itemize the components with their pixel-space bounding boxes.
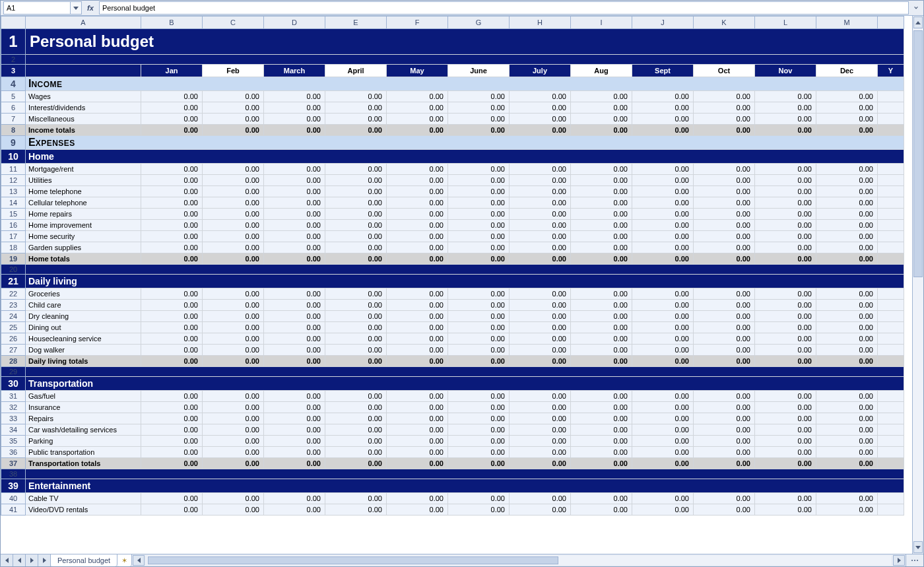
cell[interactable]: 0.00 — [755, 436, 816, 447]
row-label[interactable]: Dog walker — [26, 345, 141, 356]
cell[interactable]: 0.00 — [325, 391, 387, 402]
cell[interactable]: 0.00 — [816, 242, 878, 253]
cell[interactable]: 0.00 — [448, 91, 510, 102]
cell[interactable]: 0.00 — [203, 402, 264, 413]
cell[interactable]: 0.00 — [694, 458, 755, 469]
cell[interactable]: 0.00 — [325, 333, 387, 345]
cell[interactable]: 0.00 — [387, 356, 448, 367]
cell[interactable]: 0.00 — [694, 402, 755, 413]
cell[interactable]: 0.00 — [571, 424, 632, 436]
cell[interactable]: 0.00 — [203, 114, 264, 125]
cell[interactable]: 0.00 — [755, 458, 816, 469]
cell[interactable]: 0.00 — [387, 322, 448, 333]
row-header[interactable]: 24 — [1, 311, 26, 322]
cell[interactable]: 0.00 — [632, 175, 694, 186]
fx-icon[interactable]: fx — [84, 4, 96, 12]
cell[interactable]: 0.00 — [448, 322, 510, 333]
cell[interactable]: 0.00 — [694, 125, 755, 136]
cell[interactable]: 0.00 — [816, 345, 878, 356]
row-label[interactable]: Dining out — [26, 322, 141, 333]
cell[interactable]: 0.00 — [755, 186, 816, 197]
tab-nav-prev[interactable] — [13, 554, 26, 566]
column-header[interactable]: C — [203, 17, 264, 29]
cell[interactable]: 0.00 — [448, 220, 510, 231]
cell[interactable]: 0.00 — [632, 458, 694, 469]
cell[interactable]: 0.00 — [141, 333, 203, 345]
cell[interactable]: 0.00 — [632, 114, 694, 125]
row-header[interactable]: 16 — [1, 220, 26, 231]
cell[interactable]: 0.00 — [264, 242, 325, 253]
column-header[interactable]: A — [26, 17, 141, 29]
cell[interactable]: 0.00 — [325, 242, 387, 253]
section-header[interactable]: INCOME — [26, 77, 904, 91]
cell[interactable]: 0.00 — [325, 424, 387, 436]
cell[interactable]: 0.00 — [448, 186, 510, 197]
cell[interactable]: 0.00 — [510, 458, 571, 469]
column-header[interactable]: K — [694, 17, 755, 29]
cell[interactable]: 0.00 — [816, 209, 878, 220]
cell[interactable]: 0.00 — [448, 175, 510, 186]
cell[interactable]: 0.00 — [510, 447, 571, 458]
cell[interactable]: 0.00 — [816, 164, 878, 175]
month-header[interactable]: April — [325, 65, 387, 77]
cell[interactable]: 0.00 — [448, 164, 510, 175]
cell[interactable]: 0.00 — [816, 175, 878, 186]
row-header[interactable]: 4 — [1, 77, 26, 91]
column-header[interactable]: M — [816, 17, 878, 29]
cell[interactable]: 0.00 — [448, 436, 510, 447]
row-header[interactable]: 36 — [1, 447, 26, 458]
cell[interactable]: 0.00 — [264, 413, 325, 424]
cell[interactable]: 0.00 — [387, 175, 448, 186]
cell[interactable]: 0.00 — [387, 125, 448, 136]
cell[interactable]: 0.00 — [755, 220, 816, 231]
cell[interactable]: 0.00 — [264, 209, 325, 220]
cell[interactable]: 0.00 — [510, 253, 571, 265]
cell[interactable]: 0.00 — [264, 253, 325, 265]
cell[interactable]: 0.00 — [325, 175, 387, 186]
cell[interactable]: 0.00 — [755, 356, 816, 367]
cell[interactable]: 0.00 — [694, 102, 755, 114]
cell[interactable]: 0.00 — [571, 164, 632, 175]
cell[interactable]: 0.00 — [203, 197, 264, 209]
cell[interactable]: 0.00 — [264, 333, 325, 345]
row-header[interactable]: 31 — [1, 391, 26, 402]
row-label[interactable]: Interest/dividends — [26, 102, 141, 114]
cell[interactable]: 0.00 — [694, 345, 755, 356]
cell[interactable]: 0.00 — [141, 114, 203, 125]
cell[interactable]: 0.00 — [325, 345, 387, 356]
row-label[interactable]: Garden supplies — [26, 242, 141, 253]
cell[interactable]: 0.00 — [141, 102, 203, 114]
cell[interactable]: 0.00 — [632, 424, 694, 436]
cell[interactable]: 0.00 — [510, 209, 571, 220]
cell[interactable]: 0.00 — [387, 300, 448, 311]
month-header[interactable]: May — [387, 65, 448, 77]
cell[interactable]: 0.00 — [141, 197, 203, 209]
cell[interactable]: 0.00 — [387, 493, 448, 504]
row-label[interactable]: Gas/fuel — [26, 391, 141, 402]
cell[interactable]: 0.00 — [816, 402, 878, 413]
cell[interactable]: 0.00 — [816, 391, 878, 402]
cell[interactable]: 0.00 — [387, 436, 448, 447]
cell[interactable]: 0.00 — [141, 311, 203, 322]
cell[interactable]: 0.00 — [755, 300, 816, 311]
cell[interactable]: 0.00 — [632, 402, 694, 413]
cell[interactable]: 0.00 — [816, 288, 878, 300]
cell[interactable]: 0.00 — [755, 504, 816, 516]
cell[interactable]: 0.00 — [387, 311, 448, 322]
cell[interactable]: 0.00 — [264, 300, 325, 311]
cell[interactable]: 0.00 — [203, 436, 264, 447]
cell[interactable]: 0.00 — [325, 114, 387, 125]
cell[interactable]: 0.00 — [203, 125, 264, 136]
cell[interactable]: 0.00 — [325, 125, 387, 136]
column-header[interactable]: H — [510, 17, 571, 29]
cell[interactable]: 0.00 — [448, 114, 510, 125]
cell[interactable]: 0.00 — [141, 209, 203, 220]
cell[interactable]: 0.00 — [571, 91, 632, 102]
cell[interactable]: 0.00 — [816, 114, 878, 125]
cell[interactable]: 0.00 — [632, 413, 694, 424]
cell[interactable]: 0.00 — [694, 175, 755, 186]
cell[interactable]: 0.00 — [571, 253, 632, 265]
cell[interactable]: 0.00 — [264, 125, 325, 136]
cell[interactable]: 0.00 — [510, 333, 571, 345]
cell[interactable]: 0.00 — [755, 231, 816, 242]
